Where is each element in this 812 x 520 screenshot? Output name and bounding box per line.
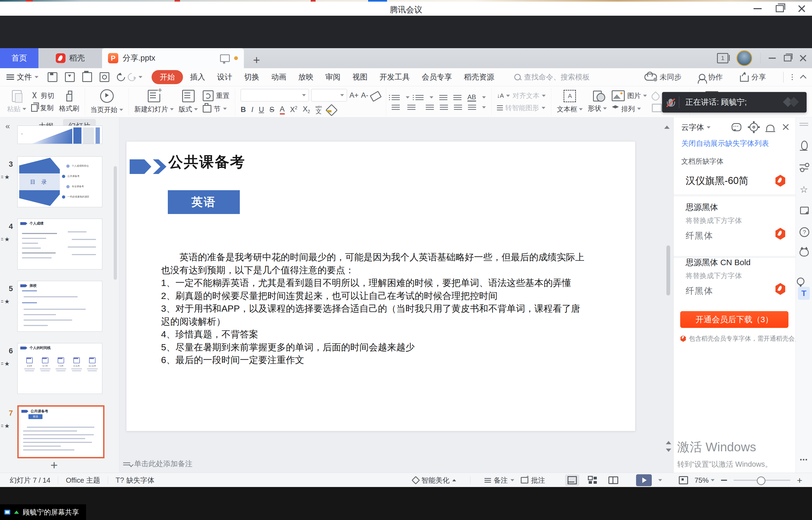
thumbnails-scrollbar[interactable] [114, 166, 117, 280]
effects-star-icon[interactable]: ☆ [800, 184, 808, 192]
redo-icon[interactable] [126, 72, 137, 83]
layout-button[interactable]: 版式 [179, 90, 198, 114]
collapse-panel-button[interactable]: « [5, 122, 10, 131]
tab-review[interactable]: 审阅 [325, 72, 340, 82]
collaborate-button[interactable]: 协作 [699, 72, 723, 82]
align-text-button[interactable]: 对齐文本 [512, 91, 539, 100]
phonetic-guide-button[interactable]: wén文 [315, 105, 322, 114]
thumbnail-slide-7-selected[interactable]: 公共课备考 英语 [17, 405, 104, 458]
bullet-caret-icon[interactable] [406, 96, 409, 99]
normal-view-button[interactable] [565, 474, 579, 486]
feedback-icon[interactable] [732, 123, 741, 131]
bell-icon[interactable] [766, 125, 775, 131]
thumbnail-slide-3[interactable]: 目 录 个人成绩和排位 公共课备考 专业课备考 一些必须避免的误区 [17, 156, 102, 207]
slide-subject-badge[interactable]: 英语 [168, 190, 240, 214]
textdir-caret-icon[interactable] [506, 95, 510, 97]
comments-button[interactable]: 批注 [521, 476, 545, 485]
reading-view-button[interactable] [606, 474, 620, 486]
aligntext-caret-icon[interactable] [542, 95, 545, 97]
tab-design[interactable]: 设计 [217, 72, 232, 82]
add-slide-button[interactable]: + [41, 458, 68, 472]
assistant-icon[interactable] [800, 249, 809, 257]
tab-document[interactable]: P 分享.pptx [102, 48, 244, 68]
arrange-button[interactable]: 排列 [612, 104, 647, 113]
panel-grip-icon[interactable] [800, 123, 808, 124]
settings-slider-icon[interactable] [800, 163, 808, 172]
close-icon[interactable] [798, 5, 806, 12]
char-spacing-icon[interactable]: AB [467, 94, 476, 101]
justify-icon[interactable] [440, 105, 448, 105]
sorter-view-button[interactable] [586, 474, 600, 486]
thumbnail-slide-6[interactable]: 个人的时间线 3-5月 5-7月 7-9月 9-11月 11-12月 [17, 343, 102, 394]
number-caret-icon[interactable] [430, 96, 433, 99]
theme-name[interactable]: Office 主题 [66, 476, 100, 485]
align-left-icon[interactable] [392, 105, 400, 105]
zoom-level[interactable]: 75% [694, 476, 715, 485]
collapse-ribbon-icon[interactable] [800, 75, 806, 81]
slideshow-play-button[interactable] [636, 474, 652, 486]
copy-button[interactable]: 复制 [31, 103, 54, 112]
more-options-icon[interactable] [792, 74, 793, 75]
strikethrough-button[interactable]: S [270, 105, 275, 114]
smartart-caret-icon[interactable] [541, 107, 545, 109]
tab-insert[interactable]: 插入 [190, 72, 205, 82]
print-preview-icon[interactable] [100, 72, 109, 82]
tab-docer[interactable]: 稻壳 [39, 48, 102, 68]
undo-icon[interactable] [115, 72, 127, 83]
thumbnail-slide-4[interactable]: 个人成绩 [17, 218, 102, 269]
missing-font-card[interactable]: 汉仪旗黑-60简 [674, 168, 795, 197]
tab-devtools[interactable]: 开发工具 [379, 72, 410, 82]
share-button[interactable]: 分享 [740, 72, 766, 82]
zoom-slider-knob[interactable] [757, 476, 765, 485]
reset-button[interactable]: 重置 [203, 90, 230, 101]
tab-member[interactable]: 会员专享 [422, 72, 452, 82]
thumbnail-slide-5[interactable]: 择校 [17, 281, 102, 332]
underline-button[interactable]: U [259, 105, 264, 114]
textbox-button[interactable]: A 文本框 [557, 90, 583, 114]
cut-button[interactable]: 剪切 [31, 91, 54, 100]
command-search[interactable]: 查找命令、搜索模板 [514, 72, 590, 82]
previous-slide-icon[interactable] [666, 441, 671, 444]
to-smartart-button[interactable]: 转智能图形 [505, 103, 539, 112]
fit-to-window-icon[interactable] [679, 476, 688, 484]
font-name-select[interactable] [240, 89, 309, 101]
superscript-button[interactable]: X2 [290, 105, 298, 114]
increase-indent-icon[interactable] [453, 95, 461, 96]
wps-minimize-icon[interactable] [769, 58, 776, 59]
slide-canvas[interactable]: 公共课备考 英语 英语的准备是我考研中花的时间最少的，可能是因为我个人英语基础略… [126, 141, 636, 431]
play-from-current-button[interactable]: 当页开始 [91, 89, 123, 114]
more-tools-icon[interactable] [800, 459, 802, 461]
line-spacing-icon[interactable] [468, 105, 476, 105]
paste-button[interactable]: 粘贴 [7, 90, 26, 113]
spacing-caret-icon[interactable] [482, 96, 486, 99]
bold-button[interactable]: B [240, 105, 246, 114]
tab-view[interactable]: 视图 [352, 72, 367, 82]
tab-slideshow[interactable]: 放映 [298, 72, 313, 82]
missing-font-status[interactable]: T? 缺失字体 [116, 476, 155, 485]
missing-font-card[interactable]: 思源黑体 CN Bold 将替换成下方字体 纤黑体 [674, 257, 795, 311]
play-options-caret-icon[interactable] [658, 479, 662, 481]
increase-font-button[interactable]: A+ [350, 91, 359, 100]
new-slide-button[interactable]: 新建幻灯片 [134, 90, 174, 114]
export-icon[interactable] [65, 72, 75, 82]
restore-icon[interactable] [776, 5, 784, 12]
bullet-list-icon[interactable] [392, 95, 400, 96]
picture-button[interactable]: 图片 [612, 90, 647, 101]
wps-close-icon[interactable] [800, 55, 807, 62]
scroll-up-arrow[interactable] [664, 126, 669, 129]
highlight-icon[interactable] [326, 104, 338, 116]
next-slide-icon[interactable] [666, 448, 671, 452]
text-tool-button[interactable]: T [798, 287, 810, 300]
thumbnail-slide-2-partial[interactable] [17, 126, 102, 144]
linespacing-caret-icon[interactable] [482, 106, 486, 108]
smart-beautify-button[interactable]: 智能美化 [413, 476, 456, 485]
format-painter-button[interactable]: 格式刷 [59, 90, 79, 113]
print-icon[interactable] [82, 72, 92, 82]
decrease-indent-icon[interactable] [439, 95, 448, 96]
missing-font-card[interactable]: 思源黑体 将替换成下方字体 纤黑体 [674, 202, 795, 258]
rocket-icon[interactable] [801, 141, 808, 150]
distribute-icon[interactable] [454, 105, 462, 105]
convert-icon[interactable] [800, 207, 809, 214]
file-menu[interactable]: 文件 [6, 72, 39, 82]
subscript-button[interactable]: X2 [303, 105, 310, 114]
